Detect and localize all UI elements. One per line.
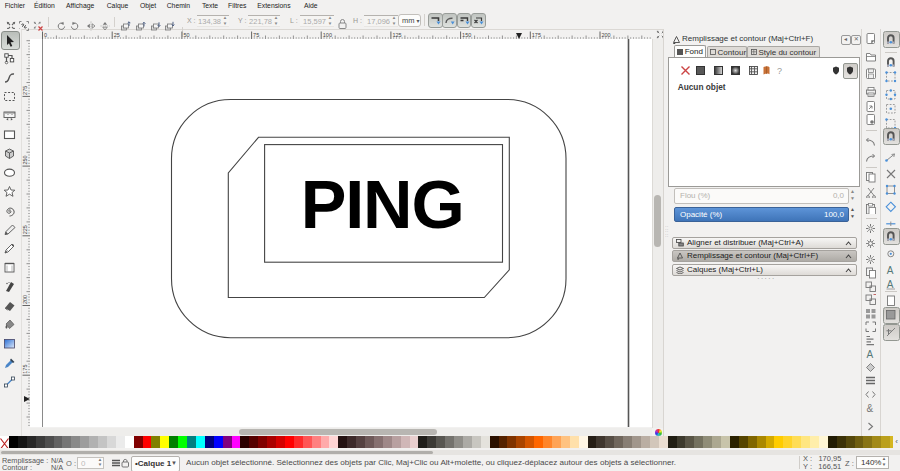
svg-text:0: 0 [44, 32, 47, 38]
svg-text:PING: PING [301, 166, 465, 243]
svg-text:175: 175 [22, 365, 28, 374]
svg-text:200: 200 [22, 295, 28, 304]
svg-text:200: 200 [602, 32, 611, 38]
svg-text:125: 125 [392, 32, 401, 38]
svg-text:150: 150 [462, 32, 471, 38]
svg-text:A: A [886, 279, 893, 290]
svg-text:A: A [886, 265, 893, 276]
svg-text:175: 175 [532, 32, 541, 38]
svg-text:A: A [867, 349, 874, 360]
svg-text:50: 50 [183, 32, 189, 38]
svg-text:75: 75 [253, 32, 259, 38]
svg-text:275: 275 [22, 86, 28, 95]
svg-text:25: 25 [114, 32, 120, 38]
svg-text:100: 100 [323, 32, 332, 38]
svg-text:250: 250 [22, 155, 28, 164]
svg-text:225: 225 [22, 225, 28, 234]
svg-text:&: & [867, 403, 874, 414]
svg-text:?: ? [777, 66, 782, 75]
